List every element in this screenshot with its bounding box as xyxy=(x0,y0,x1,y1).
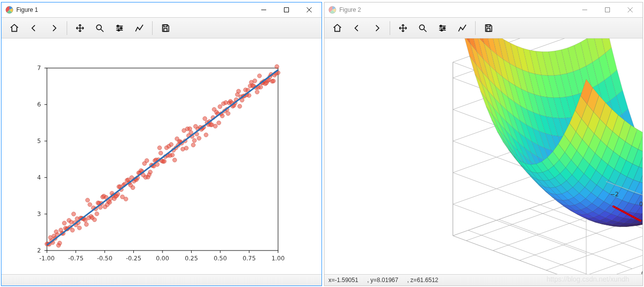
svg-point-7 xyxy=(121,27,122,29)
configure-subplots-icon[interactable] xyxy=(433,20,452,36)
edit-axes-icon[interactable] xyxy=(452,20,472,36)
svg-text:0: 0 xyxy=(639,201,643,208)
window-title: Figure 1 xyxy=(16,6,38,13)
svg-point-190 xyxy=(217,121,221,125)
svg-point-96 xyxy=(108,200,112,204)
statusbar xyxy=(1,274,322,286)
svg-point-128 xyxy=(145,159,149,163)
svg-point-198 xyxy=(226,111,230,115)
svg-point-251 xyxy=(441,29,443,31)
svg-text:0.00: 0.00 xyxy=(156,255,169,262)
status-x: x=-1.59051 xyxy=(328,277,358,284)
svg-rect-252 xyxy=(487,25,490,27)
svg-rect-253 xyxy=(487,29,490,32)
configure-subplots-icon[interactable] xyxy=(110,20,129,36)
svg-point-110 xyxy=(124,197,128,201)
svg-point-6 xyxy=(117,25,119,27)
zoom-icon[interactable] xyxy=(413,20,433,36)
home-icon[interactable] xyxy=(4,20,24,36)
close-button[interactable] xyxy=(619,2,642,17)
svg-point-79 xyxy=(88,203,92,207)
figure-window-2: Figure 2 01020304050−20246−20246wb x=-1.… xyxy=(324,2,643,286)
svg-text:-1.00: -1.00 xyxy=(39,255,54,262)
svg-point-240 xyxy=(275,65,279,69)
forward-icon[interactable] xyxy=(367,20,387,36)
home-icon[interactable] xyxy=(327,20,347,36)
save-icon[interactable] xyxy=(479,20,498,36)
svg-point-76 xyxy=(84,222,88,226)
svg-point-221 xyxy=(253,79,257,83)
toolbar xyxy=(1,18,322,38)
svg-point-116 xyxy=(131,186,135,190)
matplotlib-icon xyxy=(328,6,336,14)
edit-axes-icon[interactable] xyxy=(129,20,149,36)
svg-point-179 xyxy=(204,133,208,137)
svg-rect-9 xyxy=(164,25,167,27)
minimize-button[interactable] xyxy=(252,2,275,17)
window-title: Figure 2 xyxy=(339,6,361,13)
svg-point-149 xyxy=(169,143,173,146)
svg-text:-0.75: -0.75 xyxy=(68,255,83,262)
svg-point-178 xyxy=(203,117,207,121)
svg-point-8 xyxy=(118,29,120,31)
back-icon[interactable] xyxy=(347,20,367,36)
svg-point-5 xyxy=(96,25,101,30)
svg-point-226 xyxy=(259,85,263,89)
svg-point-70 xyxy=(78,226,81,230)
svg-point-249 xyxy=(440,25,442,27)
toolbar xyxy=(324,18,643,38)
matplotlib-icon xyxy=(5,6,13,14)
minimize-button[interactable] xyxy=(573,2,596,17)
svg-point-131 xyxy=(148,170,152,174)
svg-text:−2: −2 xyxy=(610,191,619,198)
maximize-button[interactable] xyxy=(275,2,298,17)
svg-text:0.75: 0.75 xyxy=(242,255,256,262)
save-icon[interactable] xyxy=(156,20,175,36)
close-button[interactable] xyxy=(298,2,321,17)
svg-point-193 xyxy=(220,114,224,118)
pan-icon[interactable] xyxy=(393,20,413,36)
figure-window-1: Figure 1 -1.00-0.75-0.50-0.250.000.250.5… xyxy=(1,2,322,286)
zoom-icon[interactable] xyxy=(90,20,110,36)
svg-rect-245 xyxy=(605,8,610,12)
svg-text:6: 6 xyxy=(37,101,41,108)
svg-text:0.25: 0.25 xyxy=(185,255,198,262)
svg-point-173 xyxy=(197,137,201,141)
svg-line-265 xyxy=(468,230,602,274)
svg-point-237 xyxy=(271,79,275,83)
svg-point-191 xyxy=(218,105,222,108)
svg-point-77 xyxy=(85,198,89,202)
svg-text:-0.25: -0.25 xyxy=(126,255,141,262)
svg-point-248 xyxy=(419,25,424,30)
svg-point-57 xyxy=(62,221,66,225)
svg-point-150 xyxy=(170,153,174,157)
svg-point-168 xyxy=(191,143,195,147)
figure-canvas-1[interactable]: -1.00-0.75-0.50-0.250.000.250.500.751.00… xyxy=(1,38,322,274)
svg-point-139 xyxy=(158,146,161,150)
statusbar: x=-1.59051 , y=8.01967 , z=61.6512 xyxy=(324,274,643,286)
svg-point-64 xyxy=(71,228,75,232)
svg-line-266 xyxy=(499,219,632,269)
svg-point-75 xyxy=(83,218,87,222)
back-icon[interactable] xyxy=(24,20,44,36)
forward-icon[interactable] xyxy=(44,20,64,36)
titlebar[interactable]: Figure 2 xyxy=(324,2,643,18)
status-z: , z=61.6512 xyxy=(407,277,438,284)
svg-point-169 xyxy=(192,139,196,143)
pan-icon[interactable] xyxy=(70,20,90,36)
svg-text:7: 7 xyxy=(37,65,41,72)
status-y: , y=8.01967 xyxy=(367,277,398,284)
svg-point-65 xyxy=(72,212,76,216)
svg-point-225 xyxy=(257,74,261,78)
svg-text:4: 4 xyxy=(37,174,41,181)
svg-point-207 xyxy=(237,89,241,93)
svg-rect-2 xyxy=(284,8,289,12)
maximize-button[interactable] xyxy=(596,2,619,17)
titlebar[interactable]: Figure 1 xyxy=(1,2,322,18)
svg-point-223 xyxy=(255,90,259,94)
svg-point-83 xyxy=(92,218,96,222)
svg-point-187 xyxy=(213,124,217,128)
svg-text:1.00: 1.00 xyxy=(272,255,285,262)
figure-canvas-2[interactable]: 01020304050−20246−20246wb xyxy=(324,38,643,274)
svg-point-140 xyxy=(159,151,162,155)
